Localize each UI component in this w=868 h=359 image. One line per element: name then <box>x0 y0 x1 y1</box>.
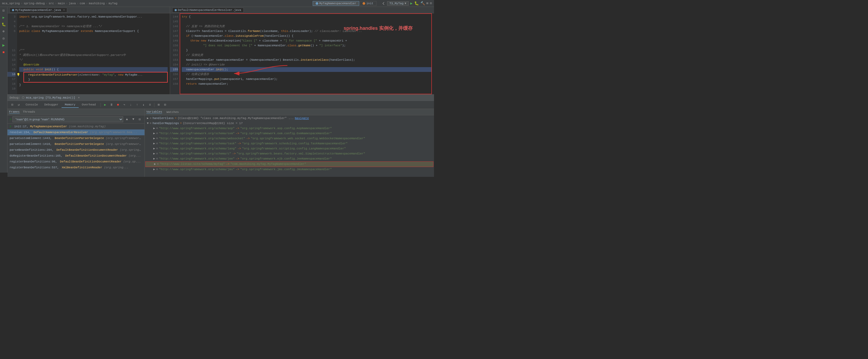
breadcrumb-part[interactable]: myTag <box>108 2 117 5</box>
var-item-highlighted[interactable]: ▶ ≡ "http://www.listao.site/schema/myTag… <box>145 161 433 167</box>
frame-loc: registerBeanDefinitions:537, <box>9 166 61 169</box>
thread-up-btn[interactable]: ▲ <box>124 117 130 122</box>
toolbar-layout-btn[interactable]: ⊞ <box>156 102 161 107</box>
debug-button[interactable]: 🐛 <box>414 1 419 6</box>
debug-session[interactable]: mca_spring [T3_MyTag.main()] <box>26 96 75 99</box>
right-line-numbers: 144 145 146 147 148 149 150 151 152 153 … <box>170 13 180 94</box>
threads-tab[interactable]: Threads <box>23 110 35 114</box>
sidebar-icon-eye[interactable]: ◎ <box>1 36 6 41</box>
build-button[interactable]: 🔨 <box>421 1 425 6</box>
toolbar-step-over-btn[interactable]: ↷ <box>122 102 127 107</box>
right-file-name: DefaultNamespaceHandlerResolver.java <box>178 8 241 12</box>
sidebar-icon-search[interactable]: ⊕ <box>1 29 6 34</box>
breadcrumb: mca_spring › spring-debug › src › main ›… <box>2 2 117 5</box>
breadcrumb-part[interactable]: mashibing <box>89 2 104 5</box>
toolbar-step-out-btn[interactable]: ↑ <box>134 102 140 107</box>
breadcrumb-part[interactable]: mca_spring <box>2 2 20 5</box>
profiler-button[interactable]: ⊡ <box>430 1 432 5</box>
toolbar-rerun-icon[interactable]: ↺ <box>16 102 21 107</box>
frame-loc: resolve:154, <box>9 131 33 134</box>
watches-tab[interactable]: Watches <box>166 110 179 114</box>
frame-item[interactable]: parseCustomElement:1416, BeanDefinitionP… <box>7 141 145 147</box>
thread-filter-btn[interactable]: ⊡ <box>137 117 142 122</box>
breadcrumb-sep: › <box>46 2 48 5</box>
frame-item[interactable]: resolve:154, DefaultNamespaceHandlerReso… <box>7 129 145 135</box>
frame-item[interactable]: ✓ init:17, MyTagNamespaceHandler (com.ma… <box>7 124 145 129</box>
var-item[interactable]: ▶ ≡ handlerClass = {Class@2190} "class c… <box>145 116 434 121</box>
frame-item[interactable]: doRegisterBeanDefinitions:165, DefaultBe… <box>7 153 145 159</box>
tab-label: init <box>366 2 373 5</box>
frame-pkg: (com.mashibing.myTag) <box>69 125 106 128</box>
expand-icon: ▶ <box>153 131 155 136</box>
sidebar-icon-bookmark[interactable]: ⊡ <box>1 8 6 13</box>
sidebar-icon-run[interactable]: ▶ <box>1 15 6 20</box>
var-item[interactable]: ▶ ≡ "http://www.springframework.org/sche… <box>145 141 434 146</box>
frame-class: BeanDefinitionParserDelegate <box>55 142 105 146</box>
var-equals-icon: ≡ <box>156 146 158 151</box>
run-button[interactable]: ▶ <box>410 1 412 6</box>
toolbar-settings-btn[interactable]: ⊟ <box>162 102 168 107</box>
toolbar-stop-btn[interactable]: ■ <box>115 102 121 107</box>
tab-icon <box>363 2 365 5</box>
breadcrumb-part[interactable]: java <box>69 2 76 5</box>
tab-init[interactable]: init <box>360 1 376 6</box>
breadcrumb-sep: › <box>86 2 88 5</box>
sidebar-icon-resume[interactable]: ▶ <box>1 43 6 48</box>
expand-icon: ▶ <box>153 152 155 156</box>
frames-tab[interactable]: Frames <box>9 110 20 114</box>
toolbar-evaluate-btn[interactable]: ≡ <box>147 102 153 107</box>
run-config-arrow: ▼ <box>404 2 406 5</box>
frame-item[interactable]: parseCustomElement:1443, BeanDefinitionP… <box>7 135 145 141</box>
frames-toolbar: Frames Threads <box>7 109 145 115</box>
toolbar-step-into-btn[interactable]: ↓ <box>128 102 133 107</box>
tab-overhead[interactable]: Overhead <box>79 102 99 108</box>
toolbar-resume-btn[interactable]: ▶ <box>102 102 108 107</box>
sidebar-icon-stop[interactable]: ■ <box>1 50 6 55</box>
coverage-button[interactable]: ⊞ <box>427 1 428 5</box>
var-item[interactable]: ▶ ≡ "http://www.springframework.org/sche… <box>145 146 434 151</box>
navigate-link[interactable]: Navigate <box>295 116 309 121</box>
var-item[interactable]: ▶ ≡ "http://www.springframework.org/sche… <box>145 167 434 172</box>
var-item[interactable]: ▶ ≡ "http://www.springframework.org/sche… <box>145 126 434 131</box>
frame-loc: init:17, <box>14 125 30 128</box>
var-item[interactable]: ▶ ≡ "http://www.springframework.org/sche… <box>145 131 434 136</box>
sidebar-icon-debug[interactable]: 🐛 <box>1 22 6 27</box>
var-item[interactable]: ▼ ≡ handlerMappings = {ConcurrentHashMap… <box>145 121 434 126</box>
breadcrumb-part[interactable]: src <box>49 2 54 5</box>
tab-console[interactable]: Console <box>22 102 41 108</box>
debug-session-close[interactable]: × <box>78 96 80 99</box>
var-equals-icon: ≡ <box>156 126 158 131</box>
var-equals-icon: ≡ <box>156 152 158 156</box>
tab-debugger[interactable]: Debugger <box>41 102 62 108</box>
frame-pkg: (org.spring... <box>104 166 128 169</box>
toolbar-step-icon[interactable]: ⊡ <box>9 102 15 107</box>
left-file-tab[interactable]: MyTagNamespaceHandler.java × <box>9 8 67 12</box>
expand-icon: ▼ <box>147 121 149 126</box>
var-item[interactable]: ▶ ≡ "http://www.springframework.org/sche… <box>145 151 434 156</box>
expand-icon: ▶ <box>153 126 155 131</box>
breadcrumb-part[interactable]: spring-debug <box>24 2 45 5</box>
breadcrumb-part[interactable]: main <box>58 2 65 5</box>
right-file-tab[interactable]: DefaultNamespaceHandlerResolver.java <box>172 8 244 12</box>
breadcrumb-part[interactable]: com <box>80 2 85 5</box>
breadcrumb-sep: › <box>106 2 108 5</box>
thread-down-btn[interactable]: ▼ <box>131 117 136 122</box>
left-file-close[interactable]: × <box>63 8 65 12</box>
toolbar-run-cursor-btn[interactable]: ↡ <box>141 102 146 107</box>
annotation-text: spring.handles 实例化，并缓存 <box>344 25 413 31</box>
var-equals-icon: ≡ <box>156 141 158 146</box>
run-config-selector[interactable]: T3_MyTag ▼ <box>387 1 409 6</box>
frame-item[interactable]: registerBeanDefinitions:96, DefaultBeanD… <box>7 159 145 165</box>
variables-tab[interactable]: Variables <box>146 110 162 114</box>
back-icon[interactable] <box>382 2 385 5</box>
toolbar-pause-btn[interactable]: ⏸ <box>109 102 114 107</box>
frame-class: DefaultBeanDefinitionDocumentReader <box>57 148 120 152</box>
tab-namespace-handler[interactable]: MyTagNamespaceHandler <box>313 1 359 6</box>
frame-item[interactable]: parseBeanDefinitions:204, DefaultBeanDef… <box>7 147 145 153</box>
tab-memory[interactable]: Memory <box>62 102 79 108</box>
var-item[interactable]: ▶ ≡ "http://www.springframework.org/sche… <box>145 156 434 161</box>
thread-dropdown[interactable]: "main"@1 in group "main": RUNNING <box>12 117 123 122</box>
var-item[interactable]: ▶ ≡ "http://www.springframework.org/sche… <box>145 136 434 141</box>
run-config-label: T3_MyTag <box>390 2 404 5</box>
frame-item[interactable]: registerBeanDefinitions:537, XmlBeanDefi… <box>7 165 145 170</box>
